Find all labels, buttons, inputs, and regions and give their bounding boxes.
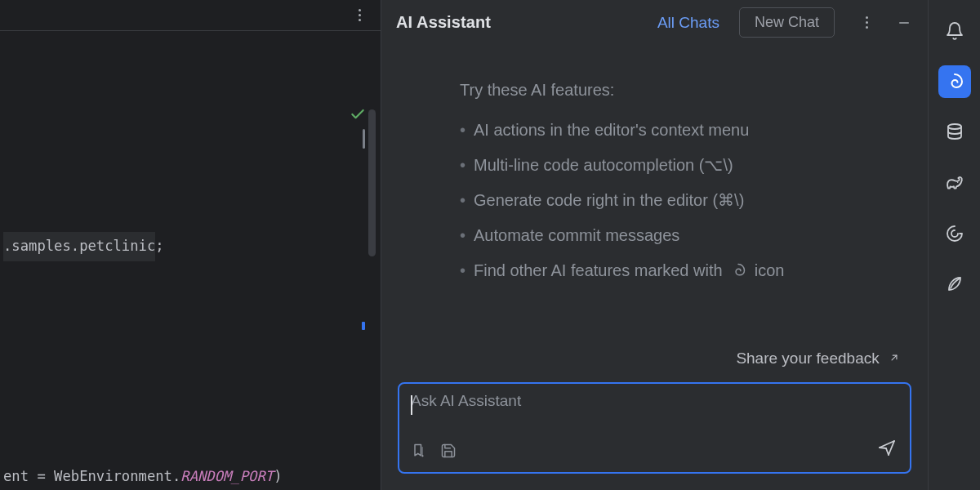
tip-item: Find other AI features marked with icon (460, 258, 897, 286)
editor-marker[interactable] (363, 129, 365, 149)
svg-point-8 (956, 181, 958, 183)
code-editor[interactable]: .samples.petclinic; ent = WebEnvironment… (0, 31, 381, 490)
share-feedback-link[interactable]: Share your feedback (381, 343, 928, 368)
tip-text: AI actions in the editor's context menu (474, 118, 897, 143)
tip-item: Automate commit messages (460, 223, 897, 248)
editor-caret-marker[interactable] (362, 322, 365, 330)
tip-item: Multi-line code autocompletion (⌥\) (460, 153, 897, 178)
bookmark-icon[interactable] (411, 443, 427, 462)
tip-text: Automate commit messages (474, 223, 897, 248)
panel-header: AI Assistant All Chats New Chat (381, 0, 928, 45)
text-caret (411, 395, 412, 415)
code-token: ) (274, 468, 282, 484)
svg-point-2 (422, 455, 424, 457)
tips-list: AI actions in the editor's context menu … (460, 118, 897, 286)
spring-button[interactable] (938, 268, 971, 301)
new-chat-button[interactable]: New Chat (739, 7, 835, 38)
ai-assistant-button[interactable] (938, 65, 971, 98)
external-link-icon (889, 350, 900, 367)
editor-more-menu[interactable] (350, 6, 369, 25)
code-token: RANDOM_PORT (180, 468, 274, 484)
right-tool-strip (928, 0, 980, 490)
code-token: ; (155, 238, 163, 254)
ai-swirl-icon (730, 261, 746, 286)
tip-item: AI actions in the editor's context menu (460, 118, 897, 143)
panel-content: Try these AI features: AI actions in the… (381, 45, 928, 343)
panel-more-menu[interactable] (858, 16, 875, 29)
inspection-ok-icon[interactable] (263, 74, 366, 160)
svg-line-1 (892, 355, 897, 360)
tip-text: Multi-line code autocompletion (⌥\) (474, 153, 897, 178)
ai-assistant-panel: AI Assistant All Chats New Chat Try thes… (381, 0, 928, 490)
save-icon[interactable] (440, 443, 457, 462)
editor-pane: .samples.petclinic; ent = WebEnvironment… (0, 0, 381, 490)
feedback-text: Share your feedback (736, 350, 879, 367)
editor-tab-header (0, 0, 381, 31)
editor-scrollbar[interactable] (368, 109, 376, 256)
code-token: .samples.petclinic (3, 238, 155, 254)
tip-text: Generate code right in the editor (⌘\) (474, 188, 897, 213)
tip-text-a: Find other AI features marked with (474, 261, 723, 279)
services-button[interactable] (938, 217, 971, 250)
chat-input[interactable] (411, 392, 898, 425)
code-token: ent = WebEnvironment. (3, 468, 180, 484)
tip-text-b: icon (755, 261, 785, 279)
panel-title: AI Assistant (396, 13, 491, 32)
panel-minimize-button[interactable] (895, 14, 913, 32)
chat-input-container (398, 382, 911, 474)
tip-item: Generate code right in the editor (⌘\) (460, 188, 897, 213)
notifications-button[interactable] (938, 15, 971, 47)
svg-line-5 (886, 448, 889, 455)
database-button[interactable] (938, 116, 971, 149)
svg-line-6 (880, 448, 886, 448)
all-chats-link[interactable]: All Chats (657, 14, 719, 32)
tips-heading: Try these AI features: (460, 78, 897, 103)
gradle-button[interactable] (938, 167, 971, 199)
send-button[interactable] (877, 438, 897, 461)
svg-point-7 (948, 124, 961, 129)
